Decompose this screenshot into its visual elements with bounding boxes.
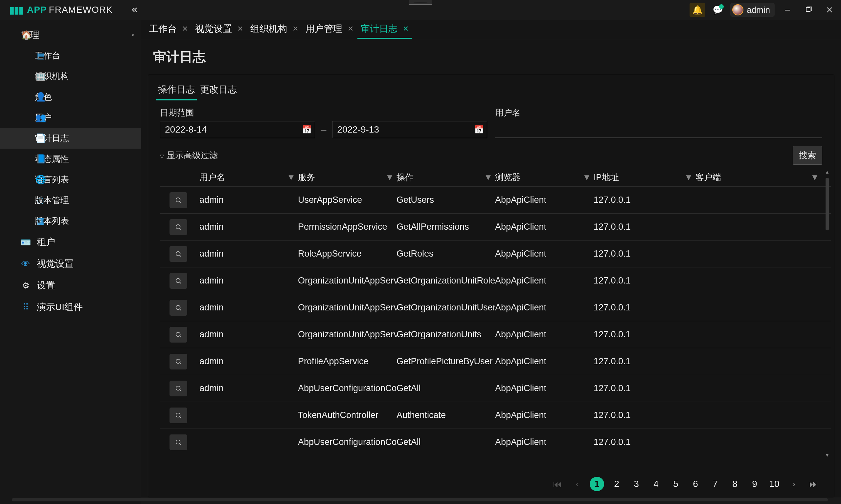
user-menu[interactable]: admin bbox=[730, 3, 775, 17]
filter-icon[interactable]: ▼ bbox=[810, 172, 819, 182]
search-button[interactable]: 搜索 bbox=[793, 146, 822, 165]
pager-page-button[interactable]: 5 bbox=[669, 477, 683, 491]
date-from-input[interactable] bbox=[160, 121, 315, 138]
window-grip-icon[interactable] bbox=[409, 0, 432, 5]
vertical-scrollbar[interactable]: ▲ ▼ bbox=[825, 169, 829, 471]
sidebar-item-users[interactable]: 👥用户 bbox=[0, 107, 141, 128]
sidebar-item-dynamic-props[interactable]: 📘动态属性 bbox=[0, 149, 141, 169]
advanced-filter-toggle[interactable]: ▽显示高级过滤 bbox=[160, 150, 218, 161]
pager-page-button[interactable]: 2 bbox=[610, 477, 624, 491]
window-minimize-button[interactable] bbox=[779, 4, 796, 16]
col-ip[interactable]: IP地址 bbox=[594, 172, 684, 183]
row-detail-button[interactable] bbox=[170, 381, 187, 396]
col-browser[interactable]: 浏览器 bbox=[495, 172, 582, 183]
sidebar-item-roles[interactable]: 👤角色 bbox=[0, 87, 141, 107]
cell-service: OrganizationUnitAppService bbox=[298, 303, 396, 313]
tab-org[interactable]: 组织机构✕ bbox=[247, 20, 302, 39]
col-user[interactable]: 用户名 bbox=[200, 172, 287, 183]
subtab-operation-log[interactable]: 操作日志 bbox=[156, 80, 197, 101]
col-client[interactable]: 客户端 bbox=[696, 172, 810, 183]
sidebar-group-admin[interactable]: 🏠 管理 ▾ bbox=[0, 25, 141, 45]
date-to-input[interactable] bbox=[332, 121, 487, 138]
pager-page-button[interactable]: 3 bbox=[629, 477, 643, 491]
cell-operation: GetAllPermissions bbox=[396, 222, 495, 232]
pager-page-button[interactable]: 4 bbox=[649, 477, 663, 491]
close-icon[interactable]: ✕ bbox=[182, 24, 188, 33]
avatar-icon bbox=[732, 4, 743, 15]
pager-last-button[interactable]: ⏭ bbox=[807, 477, 821, 491]
pager-page-button[interactable]: 8 bbox=[728, 477, 742, 491]
advanced-filter-label: 显示高级过滤 bbox=[167, 150, 218, 160]
tab-audit-logs[interactable]: 审计日志✕ bbox=[357, 20, 412, 39]
sidebar-item-ui-demo[interactable]: ⠿演示UI组件 bbox=[0, 296, 141, 318]
row-detail-button[interactable] bbox=[170, 434, 187, 450]
svg-point-10 bbox=[176, 440, 181, 444]
sidebar-item-languages[interactable]: 🌐语言列表 bbox=[0, 169, 141, 190]
grid-icon: ⠿ bbox=[21, 303, 30, 312]
pager-page-button[interactable]: 10 bbox=[767, 477, 782, 491]
scroll-thumb[interactable] bbox=[826, 178, 829, 230]
row-detail-button[interactable] bbox=[170, 246, 187, 262]
pager-page-button[interactable]: 1 bbox=[590, 477, 604, 491]
sidebar-item-version-mgmt[interactable]: ◌版本管理 bbox=[0, 190, 141, 211]
cell-ip: 127.0.0.1 bbox=[594, 410, 696, 420]
calendar-icon[interactable]: 📅 bbox=[474, 125, 484, 134]
col-operation[interactable]: 操作 bbox=[396, 172, 484, 183]
scroll-down-icon[interactable]: ▼ bbox=[825, 452, 829, 458]
filter-icon[interactable]: ▼ bbox=[484, 172, 493, 182]
row-detail-button[interactable] bbox=[170, 354, 187, 370]
filter-icon[interactable]: ▼ bbox=[385, 172, 394, 182]
pager-prev-button[interactable]: ‹ bbox=[570, 477, 584, 491]
sidebar-item-dashboard[interactable]: ▤工作台 bbox=[0, 45, 141, 66]
collapse-sidebar-button[interactable] bbox=[129, 5, 139, 15]
sidebar-item-settings[interactable]: ⚙设置 bbox=[0, 275, 141, 296]
table-row: adminOrganizationUnitAppServiceGetOrgani… bbox=[160, 267, 831, 294]
tab-users[interactable]: 用户管理✕ bbox=[302, 20, 357, 39]
table-row: TokenAuthControllerAuthenticateAbpApiCli… bbox=[160, 402, 831, 429]
sidebar-item-audit-logs[interactable]: 📄审计日志 bbox=[0, 128, 141, 149]
subtab-change-log[interactable]: 更改日志 bbox=[198, 80, 239, 101]
col-service[interactable]: 服务 bbox=[298, 172, 385, 183]
sidebar-item-version-list[interactable]: ▦版本列表 bbox=[0, 211, 141, 231]
app-logo: ▮▮▮ APPFRAMEWORK bbox=[9, 4, 113, 16]
pager-page-button[interactable]: 6 bbox=[688, 477, 703, 491]
scroll-up-icon[interactable]: ▲ bbox=[825, 169, 829, 175]
filter-icon[interactable]: ▼ bbox=[684, 172, 693, 182]
filter-icon[interactable]: ▼ bbox=[287, 172, 295, 182]
close-icon[interactable]: ✕ bbox=[292, 24, 298, 33]
sidebar-item-org[interactable]: 🏢组织机构 bbox=[0, 66, 141, 87]
table-row: adminPermissionAppServiceGetAllPermissio… bbox=[160, 213, 831, 240]
row-detail-button[interactable] bbox=[170, 300, 187, 316]
pager-first-button[interactable]: ⏮ bbox=[550, 477, 565, 491]
calendar-icon[interactable]: 📅 bbox=[302, 125, 312, 134]
messages-button[interactable]: 💬 bbox=[710, 3, 726, 17]
row-detail-button[interactable] bbox=[170, 327, 187, 343]
close-icon[interactable]: ✕ bbox=[347, 24, 354, 33]
date-separator: – bbox=[321, 124, 327, 135]
row-detail-button[interactable] bbox=[170, 408, 187, 423]
close-icon[interactable]: ✕ bbox=[403, 24, 409, 33]
row-detail-button[interactable] bbox=[170, 273, 187, 289]
cell-user: admin bbox=[200, 383, 298, 393]
horizontal-scrollbar[interactable] bbox=[12, 498, 828, 501]
pager-page-button[interactable]: 7 bbox=[708, 477, 722, 491]
svg-rect-0 bbox=[806, 7, 810, 12]
sidebar-item-visual[interactable]: 👁视觉设置 bbox=[0, 253, 141, 275]
close-icon[interactable]: ✕ bbox=[237, 24, 243, 33]
row-detail-button[interactable] bbox=[170, 219, 187, 235]
pager-page-button[interactable]: 9 bbox=[748, 477, 762, 491]
sidebar-item-tenants[interactable]: 🪪租户 bbox=[0, 231, 141, 253]
tab-label: 视觉设置 bbox=[195, 23, 232, 35]
tab-dashboard[interactable]: 工作台✕ bbox=[146, 20, 191, 39]
tab-visual[interactable]: 视觉设置✕ bbox=[192, 20, 246, 39]
pager-next-button[interactable]: › bbox=[787, 477, 801, 491]
row-detail-button[interactable] bbox=[170, 192, 187, 208]
window-maximize-button[interactable] bbox=[800, 4, 817, 16]
cell-browser: AbpApiClient bbox=[495, 276, 594, 286]
gear-icon: ⚙ bbox=[21, 281, 30, 290]
username-input[interactable] bbox=[495, 121, 822, 138]
window-close-button[interactable] bbox=[821, 4, 838, 16]
tabstrip: 工作台✕ 视觉设置✕ 组织机构✕ 用户管理✕ 审计日志✕ bbox=[141, 20, 841, 39]
notifications-button[interactable]: 🔔 bbox=[689, 3, 705, 17]
filter-icon[interactable]: ▼ bbox=[582, 172, 591, 182]
